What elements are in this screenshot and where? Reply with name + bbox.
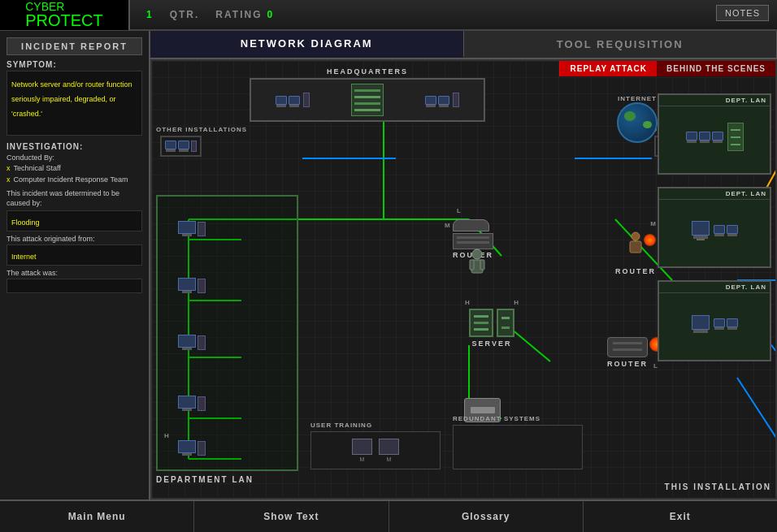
- replay-tabs: REPLAY ATTACK BEHIND THE SCENES: [559, 61, 775, 76]
- attack-was-text: The attack was:: [7, 269, 142, 277]
- pc-unit: [178, 396, 196, 411]
- pc-monitor-lg: [692, 315, 710, 330]
- svg-point-24: [632, 232, 640, 240]
- caused-by-text: This incident was determined to be cause…: [7, 189, 142, 208]
- pc-base: [166, 149, 176, 152]
- dept-lan2: DEPT. LAN: [658, 187, 771, 268]
- staff1-item: x Technical Staff: [7, 164, 142, 174]
- sidebar: INCIDENT REPORT SYMPTOM: Network server …: [0, 31, 150, 500]
- router2-attack: [619, 230, 652, 266]
- hq-pc-cluster-right: [425, 93, 459, 107]
- pc-tower: [198, 441, 206, 456]
- notes-button[interactable]: NOTES: [716, 5, 769, 21]
- dept3-cluster: [714, 318, 738, 330]
- dept-pc-row5: [178, 440, 206, 456]
- router1-icon: L: [453, 219, 493, 249]
- m-label-router2: M: [650, 220, 656, 227]
- pc-monitor: [178, 141, 189, 149]
- pc-unit: [686, 132, 697, 143]
- dept-lan3: DEPT. LAN: [658, 280, 771, 361]
- person-icon-area: [465, 248, 489, 283]
- router-head: [453, 219, 489, 231]
- replay-attack-button[interactable]: REPLAY ATTACK: [559, 61, 657, 76]
- dept2-cluster: [714, 225, 738, 236]
- router3-body: [607, 337, 648, 357]
- origin-answer-box: Internet: [7, 244, 142, 266]
- pc-monitor: [686, 132, 697, 141]
- s-row: [731, 129, 740, 131]
- pc-base: [182, 291, 192, 293]
- dept-pc-row4: [178, 396, 206, 411]
- main-content: INCIDENT REPORT SYMPTOM: Network server …: [0, 31, 777, 500]
- user-training-box: M M: [310, 431, 441, 469]
- rating-value: 0: [267, 9, 274, 20]
- router3-node: L ROUTER: [607, 337, 648, 368]
- pc-unit: [289, 96, 300, 107]
- behind-scenes-button[interactable]: BEHIND THE SCENES: [657, 61, 775, 76]
- internet-area: INTERNET: [617, 93, 658, 143]
- hq-pc-cluster-left: [276, 93, 310, 107]
- svg-rect-23: [480, 260, 484, 270]
- pc-base: [714, 327, 724, 330]
- exit-button[interactable]: Exit: [584, 501, 777, 532]
- pc-tower: [198, 335, 206, 350]
- hq-server: [351, 84, 384, 116]
- checkbox-x2: x: [7, 175, 11, 184]
- main-menu-button[interactable]: Main Menu: [0, 501, 194, 532]
- investigation-title: INVESTIGATION:: [7, 142, 142, 151]
- top-center: 1 QTR. RATING 0: [130, 9, 777, 20]
- pc-base: [439, 105, 449, 107]
- pc-monitor: [714, 225, 725, 234]
- pc-tower: [453, 93, 459, 107]
- pc-base: [713, 141, 723, 143]
- qtr-label: QTR.: [170, 9, 200, 20]
- top-bar: CYBER PROTECT 1 QTR. RATING 0 NOTES: [0, 0, 777, 31]
- m-label3: M: [387, 456, 392, 462]
- glossary-button[interactable]: Glossary: [389, 501, 584, 532]
- symptom-title: SYMPTOM:: [7, 60, 142, 69]
- dept-lan2-label: DEPT. LAN: [659, 188, 770, 200]
- pc-base: [179, 149, 189, 152]
- pc-unit: [165, 141, 176, 152]
- cause-answer-box: Flooding: [7, 210, 142, 231]
- srv-row: [474, 322, 488, 324]
- logo: CYBER PROTECT: [0, 0, 130, 30]
- h-label: H: [164, 432, 169, 439]
- pc-monitor: [438, 96, 449, 105]
- pc-base: [182, 453, 192, 456]
- h-label-server2: H: [514, 299, 519, 306]
- pc-base: [714, 234, 724, 236]
- pc-tower: [198, 396, 206, 411]
- pc-base-lg: [693, 330, 708, 333]
- server-row: [354, 109, 380, 111]
- rating-label: RATING: [215, 9, 262, 20]
- pc-base: [700, 141, 710, 143]
- dept1-cluster: [686, 132, 723, 143]
- tab-network-diagram[interactable]: NETWORK DIAGRAM: [150, 31, 464, 58]
- server-node: H H SERVER: [469, 309, 514, 348]
- explosion-icon: [644, 234, 656, 246]
- pc-tower: [303, 93, 310, 107]
- dept3-pc: [692, 315, 710, 333]
- router3-area: [607, 337, 648, 357]
- dept-lan-box: H: [156, 195, 298, 471]
- pc-unit: [714, 225, 725, 236]
- dept-lan3-content: [659, 293, 770, 354]
- attack-answer-box: [7, 279, 142, 293]
- hq-box: [250, 78, 485, 122]
- staff2-item: x Computer Incident Response Team: [7, 175, 142, 185]
- router3-label: ROUTER: [607, 360, 648, 368]
- tab-tool-requisition[interactable]: TOOL REQUISITION: [464, 31, 778, 58]
- dept-lan1: DEPT. LAN: [658, 93, 771, 175]
- network-area: REPLAY ATTACK BEHIND THE SCENES: [150, 59, 777, 500]
- pc-tower: [198, 279, 206, 293]
- globe: [617, 102, 658, 143]
- m-label2: M: [360, 456, 365, 462]
- pc-unit: [712, 132, 723, 143]
- l-label-router3: L: [653, 362, 658, 370]
- show-text-button[interactable]: Show Text: [194, 501, 388, 532]
- server-row: [354, 102, 380, 105]
- training-icon1: [352, 439, 372, 455]
- pc-base: [687, 141, 697, 143]
- tab-header: NETWORK DIAGRAM TOOL REQUISITION: [150, 31, 777, 59]
